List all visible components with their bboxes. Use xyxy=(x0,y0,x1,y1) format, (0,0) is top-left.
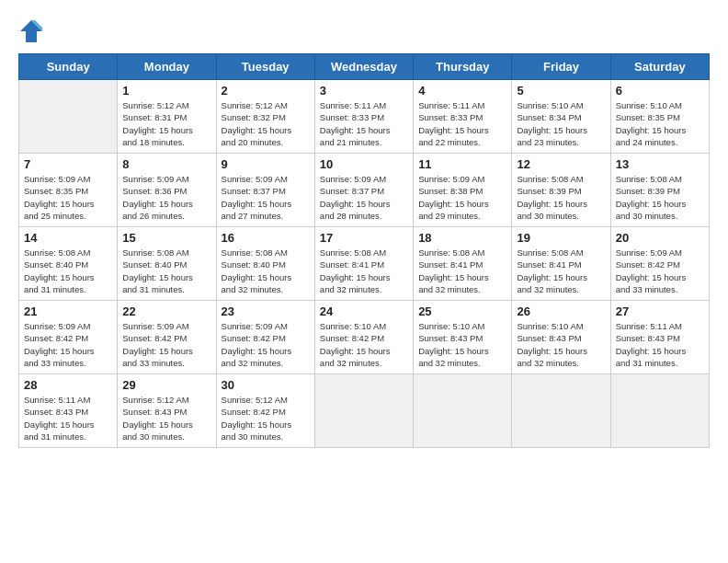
day-info: Sunrise: 5:09 AMSunset: 8:42 PMDaylight:… xyxy=(616,247,704,295)
day-info: Sunrise: 5:11 AMSunset: 8:33 PMDaylight:… xyxy=(320,99,408,148)
day-info: Sunrise: 5:10 AMSunset: 8:42 PMDaylight:… xyxy=(320,320,408,369)
day-info: Sunrise: 5:09 AMSunset: 8:42 PMDaylight:… xyxy=(222,320,310,369)
day-number: 1 xyxy=(122,84,210,98)
day-info: Sunrise: 5:09 AMSunset: 8:37 PMDaylight:… xyxy=(222,173,310,222)
weekday-header-monday: Monday xyxy=(118,54,216,80)
day-number: 15 xyxy=(122,231,210,245)
logo xyxy=(18,18,48,44)
calendar-cell: 5Sunrise: 5:10 AMSunset: 8:34 PMDaylight… xyxy=(512,80,610,154)
calendar-cell: 30Sunrise: 5:12 AMSunset: 8:42 PMDayligh… xyxy=(216,374,314,448)
weekday-header-sunday: Sunday xyxy=(19,54,118,80)
day-number: 28 xyxy=(24,378,112,392)
calendar-row: 28Sunrise: 5:11 AMSunset: 8:43 PMDayligh… xyxy=(19,374,710,448)
calendar-cell: 10Sunrise: 5:09 AMSunset: 8:37 PMDayligh… xyxy=(314,154,413,227)
day-number: 4 xyxy=(418,84,506,98)
day-number: 21 xyxy=(24,304,112,318)
day-info: Sunrise: 5:09 AMSunset: 8:42 PMDaylight:… xyxy=(122,320,210,369)
day-number: 3 xyxy=(320,84,408,98)
calendar-cell: 7Sunrise: 5:09 AMSunset: 8:35 PMDaylight… xyxy=(19,154,118,227)
day-number: 9 xyxy=(222,157,310,171)
day-number: 24 xyxy=(320,304,408,318)
calendar-cell: 13Sunrise: 5:08 AMSunset: 8:39 PMDayligh… xyxy=(610,154,709,227)
calendar-cell: 6Sunrise: 5:10 AMSunset: 8:35 PMDaylight… xyxy=(610,80,709,154)
calendar-cell: 16Sunrise: 5:08 AMSunset: 8:40 PMDayligh… xyxy=(216,227,314,301)
day-number: 30 xyxy=(222,378,310,392)
day-info: Sunrise: 5:09 AMSunset: 8:42 PMDaylight:… xyxy=(24,320,112,369)
calendar-cell: 23Sunrise: 5:09 AMSunset: 8:42 PMDayligh… xyxy=(216,301,314,374)
calendar-cell: 15Sunrise: 5:08 AMSunset: 8:40 PMDayligh… xyxy=(118,227,216,301)
calendar-cell xyxy=(19,80,118,154)
calendar-row: 14Sunrise: 5:08 AMSunset: 8:40 PMDayligh… xyxy=(19,227,710,301)
calendar-table: SundayMondayTuesdayWednesdayThursdayFrid… xyxy=(18,53,710,448)
day-info: Sunrise: 5:08 AMSunset: 8:41 PMDaylight:… xyxy=(320,247,408,295)
day-number: 22 xyxy=(122,304,210,318)
day-number: 11 xyxy=(418,157,506,171)
calendar-cell: 2Sunrise: 5:12 AMSunset: 8:32 PMDaylight… xyxy=(216,80,314,154)
calendar-cell: 9Sunrise: 5:09 AMSunset: 8:37 PMDaylight… xyxy=(216,154,314,227)
day-info: Sunrise: 5:09 AMSunset: 8:38 PMDaylight:… xyxy=(418,173,506,222)
day-number: 5 xyxy=(517,84,605,98)
day-number: 17 xyxy=(320,231,408,245)
calendar-cell xyxy=(314,374,413,448)
calendar-row: 1Sunrise: 5:12 AMSunset: 8:31 PMDaylight… xyxy=(19,80,710,154)
day-number: 18 xyxy=(418,231,506,245)
day-number: 6 xyxy=(616,84,704,98)
weekday-header-friday: Friday xyxy=(512,54,610,80)
calendar-cell: 17Sunrise: 5:08 AMSunset: 8:41 PMDayligh… xyxy=(314,227,413,301)
calendar-cell: 8Sunrise: 5:09 AMSunset: 8:36 PMDaylight… xyxy=(118,154,216,227)
calendar-cell: 14Sunrise: 5:08 AMSunset: 8:40 PMDayligh… xyxy=(19,227,118,301)
calendar-row: 21Sunrise: 5:09 AMSunset: 8:42 PMDayligh… xyxy=(19,301,710,374)
calendar-cell xyxy=(512,374,610,448)
weekday-header-row: SundayMondayTuesdayWednesdayThursdayFrid… xyxy=(19,54,710,80)
calendar-cell xyxy=(610,374,709,448)
day-info: Sunrise: 5:11 AMSunset: 8:33 PMDaylight:… xyxy=(418,99,506,148)
day-info: Sunrise: 5:10 AMSunset: 8:35 PMDaylight:… xyxy=(616,99,704,148)
day-number: 2 xyxy=(222,84,310,98)
day-info: Sunrise: 5:08 AMSunset: 8:40 PMDaylight:… xyxy=(222,247,310,295)
day-info: Sunrise: 5:09 AMSunset: 8:35 PMDaylight:… xyxy=(24,173,112,222)
day-number: 23 xyxy=(222,304,310,318)
calendar-cell: 22Sunrise: 5:09 AMSunset: 8:42 PMDayligh… xyxy=(118,301,216,374)
day-number: 19 xyxy=(517,231,605,245)
day-info: Sunrise: 5:12 AMSunset: 8:43 PMDaylight:… xyxy=(122,394,210,442)
calendar-cell: 21Sunrise: 5:09 AMSunset: 8:42 PMDayligh… xyxy=(19,301,118,374)
day-number: 27 xyxy=(616,304,704,318)
day-number: 7 xyxy=(24,157,112,171)
calendar-cell xyxy=(414,374,512,448)
weekday-header-saturday: Saturday xyxy=(610,54,709,80)
calendar-cell: 3Sunrise: 5:11 AMSunset: 8:33 PMDaylight… xyxy=(314,80,413,154)
calendar-cell: 4Sunrise: 5:11 AMSunset: 8:33 PMDaylight… xyxy=(414,80,512,154)
day-info: Sunrise: 5:09 AMSunset: 8:37 PMDaylight:… xyxy=(320,173,408,222)
day-info: Sunrise: 5:10 AMSunset: 8:34 PMDaylight:… xyxy=(517,99,605,148)
day-number: 12 xyxy=(517,157,605,171)
day-number: 16 xyxy=(222,231,310,245)
calendar-cell: 1Sunrise: 5:12 AMSunset: 8:31 PMDaylight… xyxy=(118,80,216,154)
day-number: 20 xyxy=(616,231,704,245)
day-info: Sunrise: 5:12 AMSunset: 8:42 PMDaylight:… xyxy=(222,394,310,442)
calendar-cell: 27Sunrise: 5:11 AMSunset: 8:43 PMDayligh… xyxy=(610,301,709,374)
calendar-cell: 26Sunrise: 5:10 AMSunset: 8:43 PMDayligh… xyxy=(512,301,610,374)
day-info: Sunrise: 5:12 AMSunset: 8:32 PMDaylight:… xyxy=(222,99,310,148)
calendar-row: 7Sunrise: 5:09 AMSunset: 8:35 PMDaylight… xyxy=(19,154,710,227)
weekday-header-thursday: Thursday xyxy=(414,54,512,80)
day-info: Sunrise: 5:08 AMSunset: 8:40 PMDaylight:… xyxy=(24,247,112,295)
day-info: Sunrise: 5:10 AMSunset: 8:43 PMDaylight:… xyxy=(418,320,506,369)
day-number: 8 xyxy=(122,157,210,171)
calendar-cell: 20Sunrise: 5:09 AMSunset: 8:42 PMDayligh… xyxy=(610,227,709,301)
day-number: 10 xyxy=(320,157,408,171)
day-number: 29 xyxy=(122,378,210,392)
day-info: Sunrise: 5:10 AMSunset: 8:43 PMDaylight:… xyxy=(517,320,605,369)
calendar-cell: 19Sunrise: 5:08 AMSunset: 8:41 PMDayligh… xyxy=(512,227,610,301)
logo-icon xyxy=(18,18,44,44)
calendar-cell: 11Sunrise: 5:09 AMSunset: 8:38 PMDayligh… xyxy=(414,154,512,227)
weekday-header-tuesday: Tuesday xyxy=(216,54,314,80)
day-info: Sunrise: 5:08 AMSunset: 8:41 PMDaylight:… xyxy=(418,247,506,295)
day-info: Sunrise: 5:09 AMSunset: 8:36 PMDaylight:… xyxy=(122,173,210,222)
day-number: 26 xyxy=(517,304,605,318)
calendar-cell: 18Sunrise: 5:08 AMSunset: 8:41 PMDayligh… xyxy=(414,227,512,301)
day-info: Sunrise: 5:08 AMSunset: 8:39 PMDaylight:… xyxy=(517,173,605,222)
day-info: Sunrise: 5:11 AMSunset: 8:43 PMDaylight:… xyxy=(24,394,112,442)
svg-marker-0 xyxy=(20,20,42,42)
day-info: Sunrise: 5:12 AMSunset: 8:31 PMDaylight:… xyxy=(122,99,210,148)
calendar-cell: 28Sunrise: 5:11 AMSunset: 8:43 PMDayligh… xyxy=(19,374,118,448)
